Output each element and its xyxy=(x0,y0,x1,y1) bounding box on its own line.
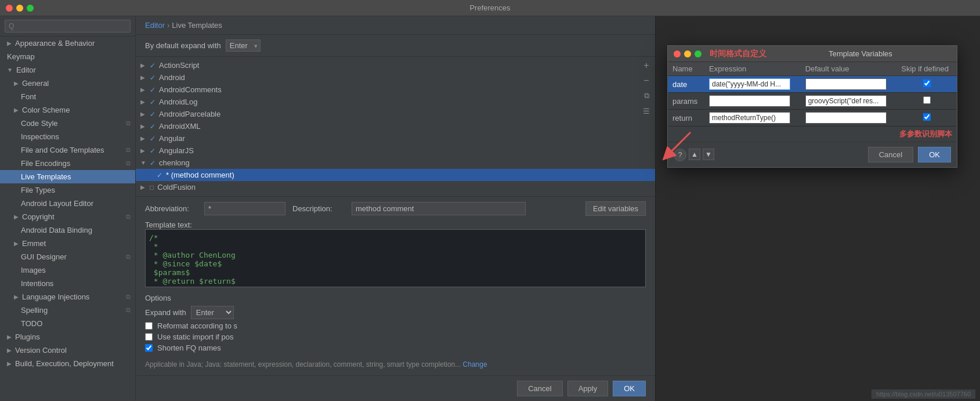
static-import-checkbox[interactable] xyxy=(145,333,153,341)
reformat-label: Reformat according to s xyxy=(157,321,237,330)
default-input-return[interactable] xyxy=(805,112,887,124)
sidebar-item-color-scheme[interactable]: ▶ Color Scheme xyxy=(0,103,135,117)
arrow-icon: ▶ xyxy=(140,99,147,105)
sidebar-item-file-encodings[interactable]: File Encodings ⧉ xyxy=(0,157,135,170)
sidebar-item-font[interactable]: Font xyxy=(0,90,135,103)
template-group-actionscript[interactable]: ▶ ✓ ActionScript xyxy=(136,59,655,71)
sidebar-item-todo[interactable]: TODO xyxy=(0,317,135,330)
default-input-params[interactable] xyxy=(805,95,887,107)
help-button[interactable]: ? xyxy=(674,149,686,161)
template-group-android[interactable]: ▶ ✓ Android xyxy=(136,71,655,84)
checkbox-icon: ✓ xyxy=(150,74,156,82)
remove-button[interactable]: − xyxy=(640,74,653,87)
sidebar-item-general[interactable]: ▶ General xyxy=(0,77,135,90)
sidebar-item-android-data-binding[interactable]: Android Data Binding xyxy=(0,223,135,237)
dialog-minimize-button[interactable] xyxy=(684,50,691,57)
move-button[interactable]: ☰ xyxy=(640,104,653,117)
sidebar-item-keymap[interactable]: Keymap xyxy=(0,50,135,63)
template-textarea[interactable]: /* * * @author ChenLong * @since $date$ … xyxy=(145,229,646,287)
expression-input-params[interactable] xyxy=(709,95,790,107)
change-link[interactable]: Change xyxy=(463,360,487,369)
template-group-androidxml[interactable]: ▶ ✓ AndroidXML xyxy=(136,120,655,132)
sidebar-item-spelling[interactable]: Spelling ⧉ xyxy=(0,304,135,317)
sidebar-item-version-control[interactable]: ▶ Version Control xyxy=(0,344,135,357)
expression-input-return[interactable] xyxy=(709,112,790,124)
template-group-androidcomments[interactable]: ▶ ✓ AndroidComments xyxy=(136,84,655,96)
sidebar-search-area xyxy=(0,16,135,37)
table-row-return[interactable]: return xyxy=(668,110,957,127)
nav-down-button[interactable]: ▼ xyxy=(703,149,714,160)
expand-select[interactable]: Enter xyxy=(226,39,261,52)
sidebar-item-editor[interactable]: ▼ Editor xyxy=(0,63,135,77)
checkbox-icon: ✓ xyxy=(150,147,156,155)
sidebar-item-intentions[interactable]: Intentions xyxy=(0,277,135,290)
cancel-button[interactable]: Cancel xyxy=(517,381,562,396)
skip-checkbox-date[interactable] xyxy=(923,80,931,87)
add-button[interactable]: + xyxy=(640,59,653,72)
description-input[interactable] xyxy=(352,202,526,215)
sidebar-item-live-templates[interactable]: Live Templates xyxy=(0,170,135,183)
expression-input-date[interactable] xyxy=(709,78,790,90)
sidebar-item-plugins[interactable]: ▶ Plugins xyxy=(0,330,135,344)
dialog-close-button[interactable] xyxy=(674,50,681,57)
cell-default-date xyxy=(801,76,897,93)
edit-variables-button[interactable]: Edit variables xyxy=(585,201,646,216)
copy-icon: ⧉ xyxy=(126,213,131,221)
sidebar-item-language-injections[interactable]: ▶ Language Injections ⧉ xyxy=(0,290,135,304)
checkbox-icon: ✓ xyxy=(150,159,156,167)
dialog-ok-button[interactable]: OK xyxy=(918,147,951,162)
copy-template-button[interactable]: ⧉ xyxy=(640,89,653,102)
col-name: Name xyxy=(668,62,704,76)
table-row-params[interactable]: params xyxy=(668,93,957,110)
sidebar-item-inspections[interactable]: Inspections xyxy=(0,130,135,143)
skip-checkbox-params[interactable] xyxy=(923,96,931,104)
arrow-icon: ▶ xyxy=(140,74,147,81)
template-group-chenlong[interactable]: ▼ ✓ chenlong xyxy=(136,157,655,169)
sidebar-item-copyright[interactable]: ▶ Copyright ⧉ xyxy=(0,210,135,223)
footer-url: https://blog.csdn.net/u013507760 xyxy=(871,389,975,399)
template-group-coldfusion[interactable]: ▶ □ ColdFusion xyxy=(136,181,655,193)
close-button[interactable] xyxy=(6,5,13,12)
table-row-date[interactable]: date xyxy=(668,76,957,93)
sidebar-item-appearance[interactable]: ▶ Appearance & Behavior xyxy=(0,37,135,50)
sidebar-item-android-layout[interactable]: Android Layout Editor xyxy=(0,197,135,210)
sidebar-item-emmet[interactable]: ▶ Emmet xyxy=(0,237,135,250)
default-input-date[interactable] xyxy=(805,78,887,90)
sidebar-item-images[interactable]: Images xyxy=(0,263,135,277)
dialog-maximize-button[interactable] xyxy=(695,50,701,57)
template-group-androidlog[interactable]: ▶ ✓ AndroidLog xyxy=(136,96,655,108)
sidebar-item-build-execution[interactable]: ▶ Build, Execution, Deployment xyxy=(0,357,135,370)
breadcrumb-current: Live Templates xyxy=(172,21,222,30)
copy-icon: ⧉ xyxy=(126,293,131,301)
expand-with-select[interactable]: Enter xyxy=(191,306,234,319)
dialog-cancel-button[interactable]: Cancel xyxy=(868,147,913,162)
ok-button[interactable]: OK xyxy=(613,381,646,396)
sidebar-item-file-types[interactable]: File Types xyxy=(0,183,135,197)
reformat-checkbox[interactable] xyxy=(145,322,153,330)
sidebar-item-file-code-templates[interactable]: File and Code Templates ⧉ xyxy=(0,143,135,157)
minimize-button[interactable] xyxy=(16,5,23,12)
sidebar-item-gui-designer[interactable]: GUI Designer ⧉ xyxy=(0,250,135,263)
template-group-angularjs[interactable]: ▶ ✓ AngularJS xyxy=(136,144,655,157)
shorten-fq-checkbox[interactable] xyxy=(145,344,153,352)
breadcrumb-separator: › xyxy=(167,21,169,30)
sidebar-item-code-style[interactable]: Code Style ⧉ xyxy=(0,117,135,130)
nav-up-button[interactable]: ▲ xyxy=(689,149,700,160)
template-group-androidparcelable[interactable]: ▶ ✓ AndroidParcelable xyxy=(136,108,655,120)
breadcrumb-parent[interactable]: Editor xyxy=(145,21,165,30)
sidebar-item-label: Live Templates xyxy=(21,172,71,181)
annotation-params: 多参数识别脚本 xyxy=(668,127,957,142)
template-group-angular[interactable]: ▶ ✓ Angular xyxy=(136,132,655,144)
abbreviation-input[interactable] xyxy=(204,202,285,215)
template-group-groovy[interactable]: ▶ ✓ Groovy xyxy=(136,193,655,196)
search-input[interactable] xyxy=(5,20,131,32)
description-label: Description: xyxy=(292,204,345,213)
skip-checkbox-return[interactable] xyxy=(923,113,931,121)
col-expression: Expression xyxy=(704,62,801,76)
maximize-button[interactable] xyxy=(27,5,34,12)
template-child-method-comment[interactable]: ✓ * (method comment) xyxy=(136,169,655,181)
sidebar-item-label: Android Data Binding xyxy=(21,226,92,234)
sidebar-item-label: Color Scheme xyxy=(22,106,70,114)
apply-button[interactable]: Apply xyxy=(567,381,609,396)
shorten-fq-label: Shorten FQ names xyxy=(157,344,221,352)
